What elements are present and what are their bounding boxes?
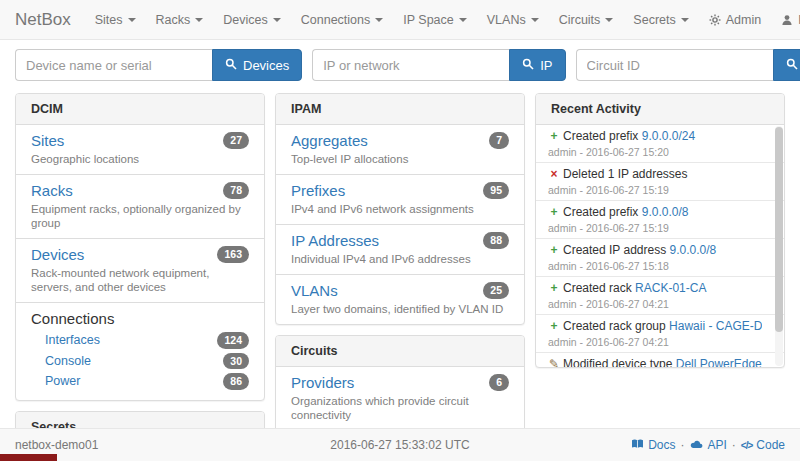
activity-object-link[interactable]: RACK-01-CA: [635, 281, 706, 295]
nav-item-vlans[interactable]: VLANs: [477, 13, 549, 27]
aggregates-count-badge: 7: [489, 132, 509, 149]
racks-description: Equipment racks, optionally organized by…: [31, 202, 249, 230]
user-icon: [781, 14, 793, 26]
activity-object-link[interactable]: Dell PowerEdge R630: [676, 357, 762, 367]
nav-item-ip-space[interactable]: IP Space: [393, 13, 477, 27]
prefixes-description: IPv4 and IPv6 network assignments: [291, 202, 509, 216]
nav-item-secrets[interactable]: Secrets: [623, 13, 698, 27]
providers-description: Organizations which provide circuit conn…: [291, 394, 509, 422]
scrollbar-thumb[interactable]: [775, 127, 783, 332]
activity-object-link[interactable]: 9.0.0.0/24: [642, 129, 695, 143]
circuits-panel-title: Circuits: [276, 336, 524, 367]
vlans-link[interactable]: VLANs: [291, 282, 338, 299]
search-icon: [522, 58, 534, 73]
sites-link[interactable]: Sites: [31, 132, 64, 149]
prefixes-link[interactable]: Prefixes: [291, 182, 345, 199]
ipam-panel-title: IPAM: [276, 94, 524, 125]
device-search-button[interactable]: Devices: [212, 49, 302, 81]
nav-item-devices[interactable]: Devices: [213, 13, 290, 27]
ip-search-button[interactable]: IP: [509, 49, 565, 81]
console-link[interactable]: Console: [45, 354, 91, 368]
providers-link[interactable]: Providers: [291, 374, 354, 391]
nav-item-circuits[interactable]: Circuits: [549, 13, 624, 27]
chevron-down-icon: [681, 18, 689, 22]
chevron-down-icon: [195, 18, 203, 22]
activity-item: +Created IP address 9.0.0.0/8 admin - 20…: [536, 239, 784, 277]
ip-addresses-description: Individual IPv4 and IPv6 addresses: [291, 252, 509, 266]
nav-item-racks[interactable]: Racks: [146, 13, 214, 27]
devices-link[interactable]: Devices: [31, 246, 84, 263]
activity-meta: admin - 2016-06-27 15:20: [548, 146, 762, 158]
footer-separator: ·: [732, 438, 736, 452]
column-dcim: DCIM Sites 27 Geographic locations Racks…: [15, 93, 265, 461]
chevron-down-icon: [128, 18, 136, 22]
column-ipam: IPAM Aggregates 7 Top-level IP allocatio…: [275, 93, 525, 461]
plus-icon: +: [548, 129, 560, 144]
circuit-search-button[interactable]: Circuits: [773, 49, 800, 81]
admin-link[interactable]: Admin: [699, 13, 771, 27]
search-icon: [225, 58, 237, 73]
footer-hostname: netbox-demo01: [15, 438, 98, 452]
activity-action: Created IP address: [563, 243, 666, 257]
chevron-down-icon: [459, 18, 467, 22]
activity-action: Deleted 1 IP addresses: [563, 167, 688, 181]
list-item-providers: Providers 6 Organizations which provide …: [276, 367, 524, 431]
activity-action: Modified device type: [563, 357, 672, 367]
list-item-ip-addresses: IP Addresses 88 Individual IPv4 and IPv6…: [276, 225, 524, 275]
connections-power-row: Power 86: [31, 371, 249, 392]
activity-action: Created rack: [563, 281, 632, 295]
vlans-count-badge: 25: [483, 282, 509, 299]
circuit-search-input[interactable]: [576, 49, 773, 81]
activity-meta: admin - 2016-06-27 15:19: [548, 184, 762, 196]
gear-icon: [709, 14, 721, 26]
code-link[interactable]: </> Code: [741, 438, 785, 452]
activity-item: ×Deleted 1 IP addresses admin - 2016-06-…: [536, 163, 784, 201]
activity-object-link[interactable]: 9.0.0.0/8: [642, 205, 689, 219]
power-link[interactable]: Power: [45, 374, 80, 388]
ip-addresses-link[interactable]: IP Addresses: [291, 232, 379, 249]
activity-action: Created prefix: [563, 129, 638, 143]
activity-item: ✎Modified device type Dell PowerEdge R63…: [536, 353, 784, 367]
chevron-down-icon: [531, 18, 539, 22]
activity-meta: admin - 2016-06-27 15:19: [548, 222, 762, 234]
providers-count-badge: 6: [489, 374, 509, 391]
racks-link[interactable]: Racks: [31, 182, 73, 199]
activity-object-link[interactable]: 9.0.0.0/8: [670, 243, 717, 257]
activity-meta: admin - 2016-06-27 04:21: [548, 298, 762, 310]
delete-x-icon: ×: [548, 167, 560, 182]
recent-activity-panel: Recent Activity +Created prefix 9.0.0.0/…: [535, 93, 785, 368]
ip-search-group: IP: [312, 49, 565, 81]
nav-item-connections[interactable]: Connections: [291, 13, 394, 27]
list-item-devices: Devices 163 Rack-mounted network equipme…: [16, 239, 264, 303]
profile-link[interactable]: Profile: [771, 13, 800, 27]
activity-meta: admin - 2016-06-27 04:21: [548, 336, 762, 348]
interfaces-link[interactable]: Interfaces: [45, 333, 100, 347]
list-item-vlans: VLANs 25 Layer two domains, identified b…: [276, 275, 524, 324]
docs-link[interactable]: Docs: [631, 438, 675, 453]
ip-search-input[interactable]: [312, 49, 509, 81]
list-item-prefixes: Prefixes 95 IPv4 and IPv6 network assign…: [276, 175, 524, 225]
activity-item: +Created rack group Hawaii - CAGE-DH1-01…: [536, 315, 784, 353]
ip-addresses-count-badge: 88: [483, 232, 509, 249]
nav-item-sites[interactable]: Sites: [85, 13, 146, 27]
device-search-input[interactable]: [15, 49, 212, 81]
plus-icon: +: [548, 205, 560, 220]
recent-activity-title: Recent Activity: [536, 94, 784, 125]
api-link[interactable]: API: [690, 438, 727, 452]
plus-icon: +: [548, 281, 560, 296]
list-item-connections: Connections Interfaces 124 Console 30 Po…: [16, 303, 264, 400]
aggregates-link[interactable]: Aggregates: [291, 132, 368, 149]
circuit-search-group: Circuits: [576, 49, 800, 81]
activity-object-link[interactable]: Hawaii - CAGE-DH1-01: [669, 319, 762, 333]
dashboard-content: DCIM Sites 27 Geographic locations Racks…: [0, 81, 800, 461]
footer: 2016-06-27 15:33:02 UTC netbox-demo01 Do…: [0, 428, 800, 461]
navbar-right: Admin Profile Log out: [699, 13, 800, 27]
scrollbar-track: [775, 126, 783, 366]
netbox-brand[interactable]: NetBox: [15, 10, 71, 30]
activity-list: +Created prefix 9.0.0.0/24 admin - 2016-…: [536, 125, 784, 367]
footer-separator: ·: [681, 438, 685, 452]
chevron-down-icon: [375, 18, 383, 22]
bottom-red-bar: [0, 454, 57, 461]
footer-links: Docs · API · </> Code: [631, 438, 785, 453]
code-icon: </>: [741, 440, 752, 451]
